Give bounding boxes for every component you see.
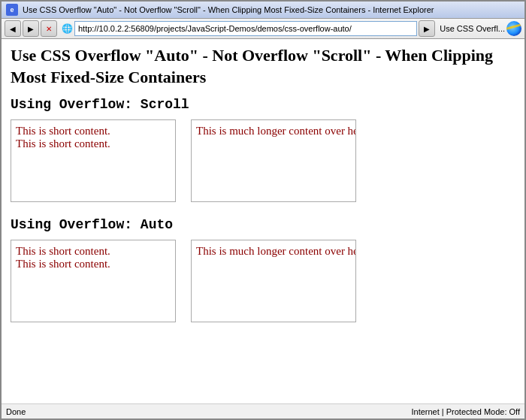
browser-window: e Use CSS Overflow "Auto" - Not Overflow… xyxy=(0,0,526,420)
forward-button[interactable]: ▶ xyxy=(23,20,39,37)
address-bar: 🌐 ▶ xyxy=(62,20,435,37)
page-content: Use CSS Overflow "Auto" - Not Overflow "… xyxy=(2,39,524,403)
status-zone: Internet | Protected Mode: Off xyxy=(411,407,520,416)
auto-section: Using Overflow: Auto This is short conte… xyxy=(11,217,515,322)
ie-brand-label: Use CSS Overfl... xyxy=(440,24,505,33)
scroll-short-text: This is short content.This is short cont… xyxy=(16,125,110,150)
auto-long-text: This is much longer content over here wh… xyxy=(196,245,356,258)
title-bar: e Use CSS Overflow "Auto" - Not Overflow… xyxy=(2,2,524,19)
scroll-heading: Using Overflow: Scroll xyxy=(11,97,515,112)
scroll-long-box[interactable]: This is much longer content over here wh… xyxy=(191,119,356,202)
ie-logo-icon xyxy=(506,21,521,36)
stop-button[interactable]: ✕ xyxy=(41,20,57,37)
go-button[interactable]: ▶ xyxy=(419,20,435,37)
status-bar: Done Internet | Protected Mode: Off xyxy=(2,403,524,418)
window-title: Use CSS Overflow "Auto" - Not Overflow "… xyxy=(23,5,434,14)
ie-logo-area: Use CSS Overfl... xyxy=(440,21,521,36)
scroll-short-box[interactable]: This is short content.This is short cont… xyxy=(11,119,176,202)
scroll-boxes-row: This is short content.This is short cont… xyxy=(11,119,515,202)
scroll-section: Using Overflow: Scroll This is short con… xyxy=(11,97,515,202)
page-title: Use CSS Overflow "Auto" - Not Overflow "… xyxy=(11,45,515,88)
toolbar: ◀ ▶ ✕ 🌐 ▶ Use CSS Overfl... xyxy=(2,19,524,39)
scroll-long-text: This is much longer content over here wh… xyxy=(196,125,356,137)
auto-short-box[interactable]: This is short content.This is short cont… xyxy=(11,240,176,322)
auto-boxes-row: This is short content.This is short cont… xyxy=(11,240,515,322)
address-icon: 🌐 xyxy=(62,23,73,35)
auto-long-box[interactable]: This is much longer content over here wh… xyxy=(191,240,356,322)
ie-favicon: e xyxy=(6,4,18,16)
status-text: Done xyxy=(6,407,26,416)
auto-short-text: This is short content.This is short cont… xyxy=(16,245,110,270)
auto-heading: Using Overflow: Auto xyxy=(11,217,515,232)
back-button[interactable]: ◀ xyxy=(5,20,21,37)
address-input[interactable] xyxy=(74,21,417,36)
